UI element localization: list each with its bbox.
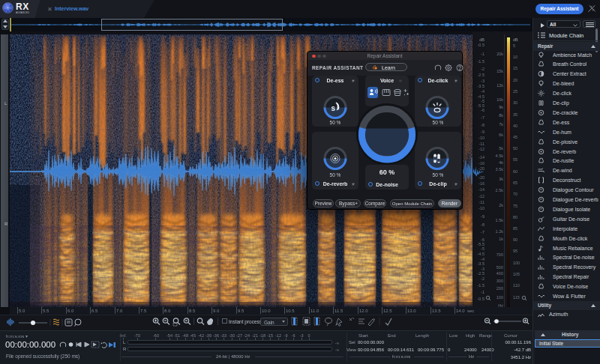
svg-text:s: s — [332, 104, 336, 112]
